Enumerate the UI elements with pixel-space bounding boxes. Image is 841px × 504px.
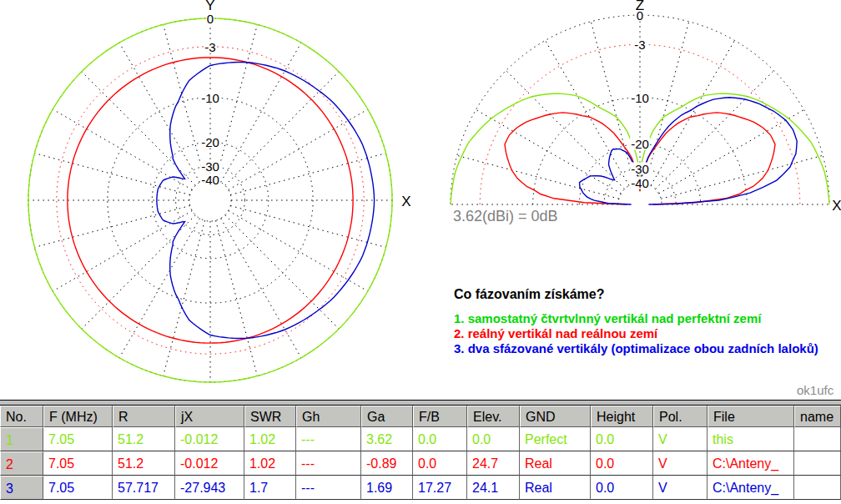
table-cell: Real — [520, 476, 591, 500]
table-cell: 1.02 — [244, 451, 296, 476]
grid-spoke — [225, 215, 339, 329]
series-curve — [28, 18, 392, 382]
axis-top-label: Z — [636, 0, 644, 13]
grid-spoke — [34, 205, 189, 247]
ring-label: -3 — [633, 38, 646, 51]
axis-right-label: X — [832, 199, 841, 213]
table-cell: -0.012 — [175, 427, 244, 451]
series-legend: 1. samostatný čtvrtvlnný vertikál nad pe… — [454, 311, 821, 356]
table-cell: 0.0 — [467, 427, 520, 451]
table-cell: V — [653, 476, 708, 500]
table-cell: --- — [296, 427, 361, 451]
table-cell: 17.27 — [413, 476, 467, 500]
grid-spoke — [221, 43, 301, 182]
column-header-swr: SWR — [244, 406, 296, 427]
column-header-f-mhz-: F (MHz) — [43, 406, 113, 427]
legend-line-2: 2. reálný vertikál nad reálnou zemí — [454, 326, 821, 341]
table-cell: C:\Anteny_ — [708, 476, 794, 500]
grid-spoke — [230, 154, 385, 195]
column-header-no-: No. — [0, 406, 43, 427]
column-header-height: Height — [591, 406, 653, 427]
table-cell: 2 — [0, 451, 43, 476]
table-cell: --- — [296, 476, 361, 500]
table-cell: 0.0 — [413, 427, 467, 451]
antenna-analysis-window: 0-3-10-20-30-40YX0-3-10-20-30-40ZX 3.62(… — [0, 0, 841, 504]
column-header-gh: Gh — [296, 406, 361, 427]
author-watermark: ok1ufc — [797, 383, 833, 397]
ring-label: -10 — [630, 91, 650, 103]
axis-top-label: Y — [205, 0, 214, 13]
table-cell: 0.0 — [591, 476, 653, 500]
legend-line-3: 3. dva sfázované vertikály (optimalizace… — [454, 341, 821, 356]
table-cell: this — [708, 427, 794, 451]
column-header-file: File — [708, 406, 794, 427]
column-header-f-b: F/B — [413, 406, 467, 427]
table-cell: 3.62 — [361, 427, 413, 451]
table-cell: 7.05 — [43, 476, 113, 500]
ring-label: 0 — [206, 13, 214, 25]
grid-spoke — [591, 22, 634, 184]
table-cell — [794, 451, 841, 476]
table-cell: -0.012 — [175, 451, 244, 476]
grid-spoke — [221, 219, 301, 358]
ring-label: -20 — [630, 138, 650, 150]
table-cell: 24.7 — [467, 451, 520, 476]
grid-spoke — [34, 154, 189, 195]
table-cell: 1 — [0, 427, 43, 451]
ring-label: -30 — [630, 162, 650, 174]
column-header-jx: jX — [175, 406, 244, 427]
grid-spoke — [119, 219, 199, 358]
annotation-heading: Co fázovaním získáme? — [454, 287, 605, 302]
column-header-pol-: Pol. — [653, 406, 708, 427]
table-cell: 1.69 — [361, 476, 413, 500]
column-header-ga: Ga — [361, 406, 413, 427]
table-cell: 1.7 — [244, 476, 296, 500]
ring-label: -30 — [200, 159, 220, 172]
table-cell: C:\Anteny_ — [708, 451, 794, 476]
grid-spoke — [646, 22, 689, 184]
ring-label: -10 — [200, 91, 220, 103]
grid-spoke — [229, 211, 368, 291]
table-cell: 0.0 — [591, 427, 653, 451]
table-cell: 7.05 — [43, 451, 113, 476]
table-cell: Real — [520, 451, 591, 476]
table-cell — [794, 427, 841, 451]
column-header-gnd: GND — [520, 406, 591, 427]
table-cell: Perfect — [520, 427, 591, 451]
table-cell: V — [653, 427, 708, 451]
grid-spoke — [225, 72, 339, 185]
grid-spoke — [164, 220, 205, 375]
table-cell: 1.02 — [244, 427, 296, 451]
grid-spoke — [164, 24, 205, 179]
table-cell: V — [653, 451, 708, 476]
table-cell: -27.943 — [175, 476, 244, 500]
ring-label: -40 — [630, 176, 650, 189]
ring-label: -40 — [200, 173, 220, 185]
table-cell: 24.1 — [467, 476, 520, 500]
table-cell: 7.05 — [43, 427, 113, 451]
column-header-r: R — [113, 406, 175, 427]
table-cell: -0.89 — [361, 451, 413, 476]
column-header-name: name — [794, 406, 841, 427]
table-cell: 0.0 — [413, 451, 467, 476]
axis-right-label: X — [401, 194, 410, 209]
grid-spoke — [119, 43, 199, 182]
table-cell: --- — [296, 451, 361, 476]
table-cell: 51.2 — [113, 451, 175, 476]
table-cell: 3 — [0, 476, 43, 500]
legend-line-1: 1. samostatný čtvrtvlnný vertikál nad pe… — [454, 311, 821, 326]
results-table: No.F (MHz)RjXSWRGhGaF/BElev.GNDHeightPol… — [0, 400, 841, 501]
column-header-elev-: Elev. — [467, 406, 520, 427]
grid-spoke — [215, 220, 257, 375]
table-top-strip — [0, 400, 841, 406]
grid-spoke — [215, 24, 257, 179]
grid-spoke — [506, 70, 624, 189]
grid-spoke — [230, 205, 385, 247]
table-cell: 0.0 — [591, 451, 653, 476]
grid-spoke — [229, 109, 368, 189]
grid-spoke — [655, 70, 773, 189]
gain-reference-text: 3.62(dBi) = 0dB — [453, 208, 558, 225]
table-cell: 51.2 — [113, 427, 175, 451]
table-cell: 57.717 — [113, 476, 175, 500]
table-cell — [794, 476, 841, 500]
